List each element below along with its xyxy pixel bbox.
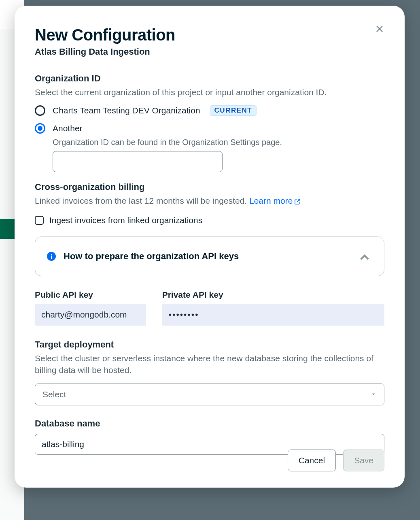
info-icon: [47, 251, 56, 261]
cancel-button[interactable]: Cancel: [288, 450, 336, 471]
org-radio-current-label: Charts Team Testing DEV Organization: [53, 106, 200, 115]
svg-rect-2: [51, 254, 52, 255]
chevron-up-icon: [356, 248, 373, 264]
public-api-key-field[interactable]: charty@mongodb.com: [35, 304, 146, 326]
target-deployment-label: Target deployment: [35, 339, 384, 350]
radio-icon: [35, 123, 45, 134]
target-deployment-desc: Select the cluster or serverless instanc…: [35, 352, 384, 376]
private-api-key-label: Private API key: [162, 290, 384, 300]
target-deployment-placeholder: Select: [42, 390, 66, 399]
org-id-desc: Select the current organization of this …: [35, 86, 384, 98]
database-name-label: Database name: [35, 418, 384, 429]
org-another-hint: Organization ID can be found in the Orga…: [53, 138, 384, 147]
org-id-label: Organization ID: [35, 73, 384, 84]
new-configuration-modal: New Configuration Atlas Billing Data Ing…: [15, 6, 405, 488]
current-badge: CURRENT: [210, 105, 257, 116]
checkbox-icon: [35, 216, 44, 225]
svg-rect-1: [51, 256, 52, 259]
caret-down-icon: [370, 390, 377, 399]
external-link-icon: [294, 196, 301, 208]
cross-billing-desc: Linked invoices from the last 12 months …: [35, 195, 384, 208]
public-api-key-label: Public API key: [35, 290, 146, 300]
private-api-key-field[interactable]: ••••••••: [162, 304, 384, 326]
close-icon[interactable]: [372, 21, 387, 36]
ingest-linked-label: Ingest invoices from linked organization…: [49, 215, 202, 225]
org-radio-another-label: Another: [53, 124, 83, 133]
org-radio-another[interactable]: Another: [35, 123, 384, 134]
cross-billing-label: Cross-organization billing: [35, 182, 384, 192]
modal-subtitle: Atlas Billing Data Ingestion: [35, 47, 384, 57]
modal-title: New Configuration: [35, 26, 384, 44]
org-id-input[interactable]: [53, 151, 223, 172]
save-button[interactable]: Save: [343, 450, 384, 471]
target-deployment-select[interactable]: Select: [35, 384, 384, 405]
info-card-title: How to prepare the organization API keys: [64, 251, 239, 262]
radio-icon: [35, 105, 45, 116]
learn-more-link[interactable]: Learn more: [249, 196, 301, 205]
org-radio-current[interactable]: Charts Team Testing DEV Organization CUR…: [35, 105, 384, 116]
api-keys-info-card[interactable]: How to prepare the organization API keys: [35, 237, 384, 276]
ingest-linked-checkbox[interactable]: Ingest invoices from linked organization…: [35, 215, 384, 225]
